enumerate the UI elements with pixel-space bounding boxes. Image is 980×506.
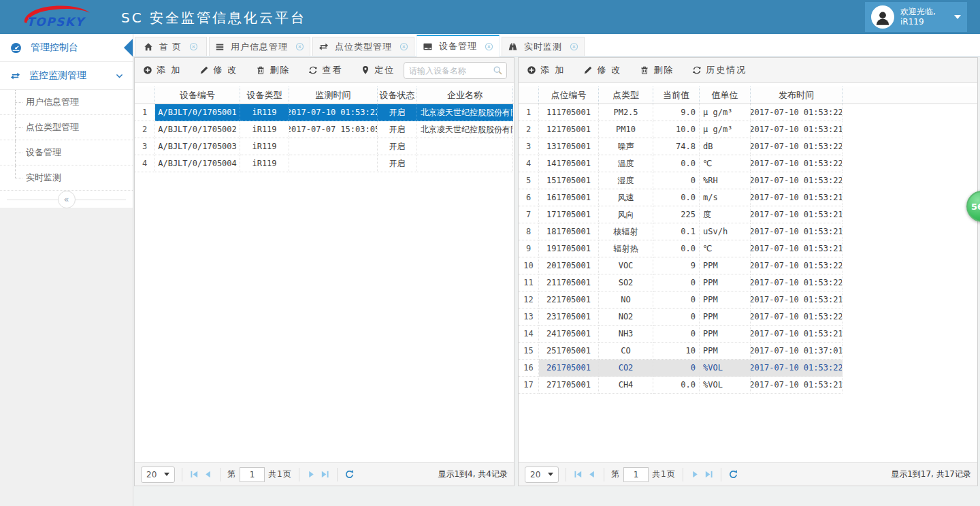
user-menu[interactable]: 欢迎光临, iR119 (865, 2, 967, 32)
table-cell: 2017-07-10 01:53:21 (751, 326, 843, 343)
collapse-button[interactable]: « (58, 191, 76, 208)
last-page-button[interactable] (704, 469, 714, 479)
edit-button[interactable]: 修 改 (583, 64, 621, 76)
next-page-button[interactable] (306, 469, 316, 479)
realtime-pager: 20 第 共1页 显示1到17, 共17记录 (519, 462, 977, 486)
column-header[interactable]: 点位编号 (539, 86, 599, 104)
column-header[interactable]: 设备状态 (378, 86, 417, 104)
table-cell: A/BJLT/0/1705004 (155, 155, 240, 172)
table-row[interactable]: 2A/BJLT/0/1705002iR1192017-07-07 15:03:0… (135, 121, 514, 138)
prev-page-button[interactable] (587, 469, 597, 479)
first-page-button[interactable] (573, 469, 583, 479)
page-number-input[interactable] (623, 467, 649, 482)
edit-icon (199, 65, 209, 75)
table-row[interactable]: 7171705001风向225度2017-07-10 01:53:21 (519, 206, 977, 223)
table-row[interactable]: 9191705001辐射热0.0℃2017-07-10 01:53:21 (519, 240, 977, 257)
table-cell (417, 138, 513, 155)
reload-button[interactable] (728, 469, 738, 479)
page-size-select[interactable]: 20 (141, 467, 175, 483)
table-cell: 181705001 (539, 223, 599, 240)
table-row[interactable]: 3131705001噪声74.8dB2017-07-10 01:53:22 (519, 138, 977, 155)
search-icon[interactable] (493, 65, 503, 76)
table-cell: 开启 (378, 138, 417, 155)
table-row[interactable]: 4141705001温度0.0℃2017-07-10 01:53:22 (519, 155, 977, 172)
table-cell: %VOL (700, 377, 751, 394)
exchange-icon (10, 71, 20, 81)
table-cell (289, 155, 378, 172)
table-cell: 辐射热 (599, 240, 653, 257)
sidebar-section-console[interactable]: 管理控制台 (0, 34, 133, 62)
table-row[interactable]: 8181705001核辐射0.1uSv/h2017-07-10 01:53:21 (519, 223, 977, 240)
column-header[interactable]: 值单位 (700, 86, 751, 104)
column-header[interactable]: 监测时间 (289, 86, 378, 104)
refresh-button[interactable]: 查看 (308, 64, 342, 76)
tab-2[interactable]: 点位类型管理 (312, 37, 414, 56)
table-cell: 2017-07-10 01:53:21 (751, 206, 843, 223)
column-header[interactable]: 点类型 (599, 86, 653, 104)
next-page-button[interactable] (690, 469, 700, 479)
first-page-button[interactable] (189, 469, 199, 479)
table-row[interactable]: 6161705001风速0.0m/s2017-07-10 01:53:21 (519, 189, 977, 206)
column-header[interactable]: 设备类型 (240, 86, 289, 104)
table-row[interactable]: 17271705001CH40.0%VOL2017-07-10 01:53:21 (519, 377, 977, 394)
table-row[interactable]: 10201705001VOC9PPM2017-07-10 01:53:22 (519, 257, 977, 274)
table-row[interactable]: 13231705001NO20PPM2017-07-10 01:53:22 (519, 309, 977, 326)
table-cell: PPM (700, 309, 751, 326)
table-cell: PM2.5 (599, 104, 653, 121)
close-icon[interactable] (399, 42, 408, 51)
add-button[interactable]: 添 加 (143, 64, 181, 76)
table-row[interactable]: 14241705001NH30PPM2017-07-10 01:53:21 (519, 326, 977, 343)
close-icon[interactable] (295, 42, 304, 51)
table-row[interactable]: 2121705001PM1010.0μ g/m³2017-07-10 01:53… (519, 121, 977, 138)
table-cell: CO (599, 343, 653, 360)
table-row[interactable]: 12221705001NO0PPM2017-07-10 01:53:21 (519, 291, 977, 309)
table-row[interactable]: 3A/BJLT/0/1705003iR119开启 (135, 138, 514, 155)
table-cell: 2017-07-10 01:53:22 (751, 360, 843, 377)
table-row[interactable]: 4A/BJLT/0/1705004iR119开启 (135, 155, 514, 172)
close-icon[interactable] (189, 42, 198, 51)
table-row[interactable]: 1111705001PM2.59.0μ g/m³2017-07-10 01:53… (519, 104, 977, 121)
sidebar-item-1[interactable]: 点位类型管理 (0, 115, 133, 140)
table-cell: PPM (700, 291, 751, 309)
table-cell: 10.0 (653, 121, 700, 138)
index-column-header (135, 86, 155, 104)
column-header[interactable]: 设备编号 (155, 86, 240, 104)
tab-1[interactable]: 用户信息管理 (209, 37, 310, 56)
table-cell (289, 138, 378, 155)
prev-page-button[interactable] (203, 469, 213, 479)
sidebar-item-2[interactable]: 设备管理 (0, 140, 133, 165)
tab-4[interactable]: 实时监测 (502, 37, 585, 56)
page-number-input[interactable] (240, 467, 265, 482)
sidebar-item-3[interactable]: 实时监测 (0, 165, 133, 191)
column-header[interactable]: 当前值 (653, 86, 700, 104)
table-cell: 271705001 (539, 377, 599, 394)
table-cell: 0 (653, 172, 700, 189)
search-input[interactable] (404, 66, 493, 76)
table-row[interactable]: 5151705001湿度0%RH2017-07-10 01:53:22 (519, 172, 977, 189)
column-header[interactable]: 发布时间 (751, 86, 843, 104)
table-row[interactable]: 15251705001CO10PPM2017-07-10 01:37:01 (519, 343, 977, 360)
table-cell: 131705001 (539, 138, 599, 155)
close-icon[interactable] (570, 42, 578, 51)
table-cell: 171705001 (539, 206, 599, 223)
sidebar-item-0[interactable]: 用户信息管理 (0, 90, 133, 115)
tab-0[interactable]: 首 页 (135, 37, 207, 56)
add-button[interactable]: 添 加 (527, 64, 565, 76)
sidebar-section-monitoring[interactable]: 监控监测管理 (0, 62, 133, 90)
table-row[interactable]: 1A/BJLT/0/1705001iR1192017-07-10 01:53:2… (135, 104, 514, 121)
table-row[interactable]: 11211705001SO20PPM2017-07-10 01:53:22 (519, 274, 977, 291)
reload-button[interactable] (344, 469, 355, 479)
trash-button[interactable]: 删除 (640, 64, 674, 76)
column-header[interactable]: 企业名称 (417, 86, 513, 104)
add-icon (143, 65, 152, 75)
last-page-button[interactable] (320, 469, 330, 479)
trash-button[interactable]: 删除 (256, 64, 290, 76)
pin-button[interactable]: 定位 (361, 64, 395, 76)
edit-button[interactable]: 修 改 (199, 64, 238, 76)
table-cell: 开启 (378, 104, 417, 121)
refresh-button[interactable]: 历史情况 (692, 64, 747, 76)
page-size-select[interactable]: 20 (525, 467, 559, 483)
close-icon[interactable] (485, 42, 493, 51)
table-row[interactable]: 16261705001CO20%VOL2017-07-10 01:53:22 (519, 360, 977, 377)
tab-3[interactable]: 设备管理 (416, 35, 500, 57)
